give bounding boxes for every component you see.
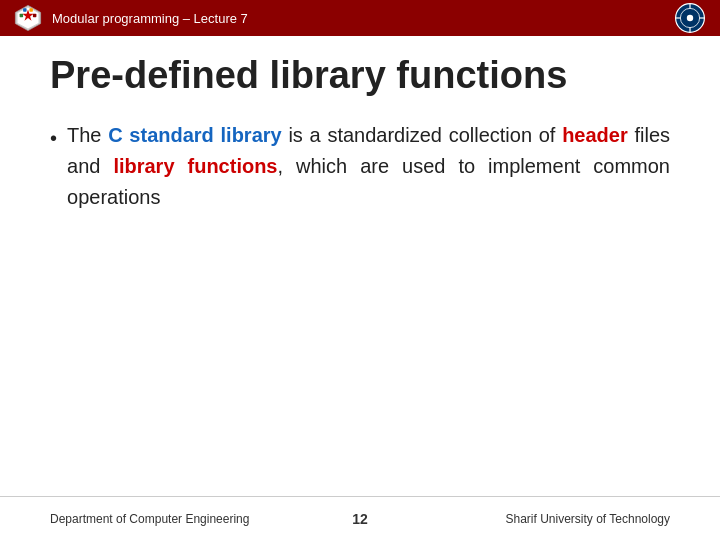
footer-right: Sharif University of Technology	[463, 512, 670, 526]
svg-rect-3	[23, 8, 27, 12]
text-middle1: is a standardized collection of	[282, 124, 562, 146]
text-the: The	[67, 124, 108, 146]
sharif-logo-left	[14, 4, 42, 32]
bullet-text: The C standard library is a standardized…	[67, 120, 670, 213]
svg-rect-6	[33, 14, 37, 17]
top-bar: Modular programming – Lecture 7	[0, 0, 720, 36]
university-logo-right	[674, 2, 706, 34]
slide: Modular programming – Lecture 7 Pre-defi…	[0, 0, 720, 540]
svg-point-9	[687, 15, 693, 21]
footer-page-number: 12	[257, 511, 464, 527]
footer-left: Department of Computer Engineering	[50, 512, 257, 526]
main-content: Pre-defined library functions • The C st…	[0, 36, 720, 496]
footer: Department of Computer Engineering 12 Sh…	[0, 496, 720, 540]
text-header: header	[562, 124, 628, 146]
text-c-standard-library: C standard library	[108, 124, 281, 146]
bullet-dot: •	[50, 123, 57, 154]
topbar-title: Modular programming – Lecture 7	[52, 11, 248, 26]
bullet-item-1: • The C standard library is a standardiz…	[50, 120, 670, 213]
svg-rect-4	[29, 8, 33, 12]
slide-title: Pre-defined library functions	[50, 54, 670, 98]
svg-rect-5	[20, 14, 24, 17]
bullet-section: • The C standard library is a standardiz…	[50, 120, 670, 486]
text-library-functions: library functions	[113, 155, 277, 177]
